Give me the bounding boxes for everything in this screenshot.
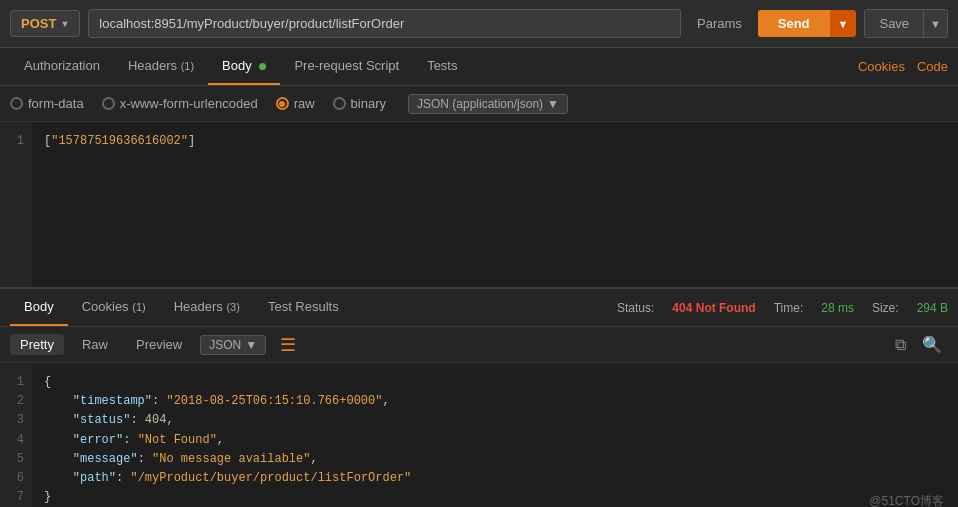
cookies-link[interactable]: Cookies [858, 59, 905, 74]
send-button[interactable]: Send [758, 10, 830, 37]
request-code-line-1: ["15787519636616002"] [44, 132, 946, 151]
filter-icon[interactable]: ☰ [274, 334, 302, 356]
method-label: POST [21, 16, 56, 31]
raw-radio-icon [276, 97, 289, 110]
json-type-selector[interactable]: JSON (application/json) ▼ [408, 94, 568, 114]
format-selector-arrow-icon: ▼ [245, 338, 257, 352]
x-www-form-urlencoded-radio[interactable]: x-www-form-urlencoded [102, 96, 258, 111]
format-pretty[interactable]: Pretty [10, 334, 64, 355]
response-headers-badge: (3) [226, 301, 239, 313]
form-data-radio-icon [10, 97, 23, 110]
headers-badge: (1) [181, 60, 194, 72]
time-label: Time: [774, 301, 804, 315]
request-code-content[interactable]: ["15787519636616002"] [32, 122, 958, 287]
response-line-3: "status": 404, [44, 411, 946, 430]
response-code-content: { "timestamp": "2018-08-25T06:15:10.766+… [32, 363, 958, 507]
json-selector-arrow-icon: ▼ [547, 97, 559, 111]
method-button[interactable]: POST ▼ [10, 10, 80, 37]
tab-body[interactable]: Body [208, 48, 280, 85]
response-tab-headers[interactable]: Headers (3) [160, 289, 254, 326]
response-line-7: } [44, 488, 946, 507]
status-value: 404 Not Found [672, 301, 755, 315]
response-line-numbers: 1 2 3 4 5 6 7 [0, 363, 32, 507]
save-button[interactable]: Save [864, 9, 924, 38]
request-line-numbers: 1 [0, 122, 32, 287]
tab-pre-request[interactable]: Pre-request Script [280, 48, 413, 85]
response-tabs-bar: Body Cookies (1) Headers (3) Test Result… [0, 289, 958, 327]
response-line-2: "timestamp": "2018-08-25T06:15:10.766+00… [44, 392, 946, 411]
raw-radio[interactable]: raw [276, 96, 315, 111]
response-line-4: "error": "Not Found", [44, 431, 946, 450]
status-label: Status: [617, 301, 654, 315]
request-nav-tabs: Authorization Headers (1) Body Pre-reque… [0, 48, 958, 86]
response-status-bar: Status: 404 Not Found Time: 28 ms Size: … [617, 301, 948, 315]
tab-authorization[interactable]: Authorization [10, 48, 114, 85]
response-format-selector[interactable]: JSON ▼ [200, 335, 266, 355]
save-button-group: Save ▼ [864, 9, 948, 38]
response-line-5: "message": "No message available", [44, 450, 946, 469]
top-bar: POST ▼ Params Send ▼ Save ▼ [0, 0, 958, 48]
save-arrow-button[interactable]: ▼ [924, 9, 948, 38]
response-tab-body[interactable]: Body [10, 289, 68, 326]
tab-tests[interactable]: Tests [413, 48, 471, 85]
send-button-group: Send ▼ [758, 10, 857, 37]
response-cookies-badge: (1) [132, 301, 145, 313]
url-input[interactable] [88, 9, 681, 38]
binary-radio[interactable]: binary [333, 96, 386, 111]
response-line-1: { [44, 373, 946, 392]
form-data-radio[interactable]: form-data [10, 96, 84, 111]
line-number-1: 1 [8, 132, 24, 151]
binary-radio-icon [333, 97, 346, 110]
x-www-radio-icon [102, 97, 115, 110]
size-label: Size: [872, 301, 899, 315]
params-button[interactable]: Params [689, 11, 750, 36]
method-arrow-icon: ▼ [60, 19, 69, 29]
nav-right-links: Cookies Code [858, 59, 948, 74]
body-type-bar: form-data x-www-form-urlencoded raw bina… [0, 86, 958, 122]
response-code-area: 1 2 3 4 5 6 7 { "timestamp": "2018-08-25… [0, 363, 958, 507]
watermark: @51CTO博客 [869, 493, 944, 507]
size-value: 294 B [917, 301, 948, 315]
request-code-editor: 1 ["15787519636616002"] [0, 122, 958, 287]
copy-button[interactable]: ⧉ [889, 332, 912, 357]
tab-headers[interactable]: Headers (1) [114, 48, 208, 85]
response-tab-cookies[interactable]: Cookies (1) [68, 289, 160, 326]
format-raw[interactable]: Raw [72, 334, 118, 355]
format-right-actions: ⧉ 🔍 [889, 332, 948, 357]
response-line-6: "path": "/myProduct/buyer/product/listFo… [44, 469, 946, 488]
code-link[interactable]: Code [917, 59, 948, 74]
response-section: Body Cookies (1) Headers (3) Test Result… [0, 287, 958, 507]
body-dot-icon [259, 63, 266, 70]
time-value: 28 ms [821, 301, 854, 315]
response-tab-test-results[interactable]: Test Results [254, 289, 353, 326]
format-preview[interactable]: Preview [126, 334, 192, 355]
search-button[interactable]: 🔍 [916, 332, 948, 357]
response-format-bar: Pretty Raw Preview JSON ▼ ☰ ⧉ 🔍 [0, 327, 958, 363]
send-arrow-button[interactable]: ▼ [830, 10, 857, 37]
